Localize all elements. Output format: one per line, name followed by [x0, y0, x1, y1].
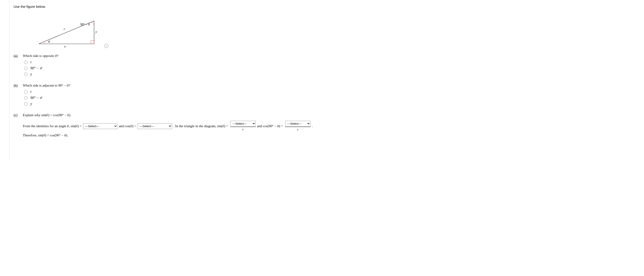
text-segment: and cos(90° − 𝜃) =	[257, 122, 283, 131]
fraction-cos: ---Select--- r	[285, 121, 310, 132]
select-sin-numerator[interactable]: ---Select---	[230, 121, 256, 127]
part-a-option-90-theta[interactable]: 90° − 𝜃	[24, 66, 640, 70]
select-cos-identity[interactable]: ---Select---	[138, 123, 172, 129]
y-label: y	[95, 30, 97, 33]
triangle-figure: 𝜃 r x y 90° − 𝜃	[27, 12, 101, 48]
intro-text: Use the figure below.	[14, 4, 640, 8]
radio-a-r[interactable]	[24, 61, 28, 64]
text-segment: .	[312, 122, 313, 131]
info-icon[interactable]: i	[104, 44, 108, 48]
part-a-label: (a)	[14, 54, 23, 78]
top-angle-label: 90° − 𝜃	[80, 23, 90, 26]
opt-label: 90° − 𝜃	[30, 66, 42, 70]
part-c-label: (c)	[14, 113, 23, 137]
opt-label: r	[30, 90, 32, 94]
fraction-denominator: r	[230, 127, 256, 132]
radio-a-90[interactable]	[24, 67, 28, 70]
r-label: r	[64, 27, 65, 31]
part-b-option-y[interactable]: y	[24, 102, 640, 106]
part-c-conclusion: Therefore, sin(𝜃) = cos(90° − 𝜃).	[23, 134, 640, 137]
radio-b-r[interactable]	[24, 90, 28, 94]
text-segment: and cos(𝜃) =	[119, 122, 136, 131]
part-b-option-90-theta[interactable]: 90° − 𝜃	[24, 96, 640, 100]
fraction-sin: ---Select--- r	[230, 121, 256, 132]
x-label: x	[64, 45, 66, 48]
opt-label: r	[30, 60, 32, 64]
opt-label: y	[30, 102, 32, 106]
part-a-option-r[interactable]: r	[24, 60, 640, 64]
text-segment: . In the triangle in the diagram, sin(𝜃)…	[174, 122, 228, 131]
radio-a-y[interactable]	[24, 73, 28, 76]
radio-b-y[interactable]	[24, 102, 28, 106]
radio-b-90[interactable]	[24, 96, 28, 100]
select-cos-numerator[interactable]: ---Select---	[285, 121, 310, 127]
part-c-question: Explain why sin(𝜃) = cos(90° − 𝜃).	[23, 113, 640, 117]
part-b-option-r[interactable]: r	[24, 90, 640, 94]
select-sin-identity[interactable]: ---Select---	[83, 123, 118, 129]
opt-label: 90° − 𝜃	[30, 96, 42, 100]
part-a-option-y[interactable]: y	[24, 72, 640, 76]
opt-label: y	[30, 72, 32, 76]
part-a-question: Which side is opposite 𝜃?	[23, 54, 640, 58]
part-b-label: (b)	[14, 84, 23, 108]
svg-rect-1	[91, 41, 94, 44]
part-c-sentence: From the identities for an angle 𝜃, sin(…	[23, 121, 640, 132]
theta-label: 𝜃	[48, 40, 50, 43]
fraction-denominator: r	[285, 127, 310, 132]
text-segment: From the identities for an angle 𝜃, sin(…	[23, 122, 82, 131]
part-b-question: Which side is adjacent to 90° − 𝜃?	[23, 84, 640, 88]
